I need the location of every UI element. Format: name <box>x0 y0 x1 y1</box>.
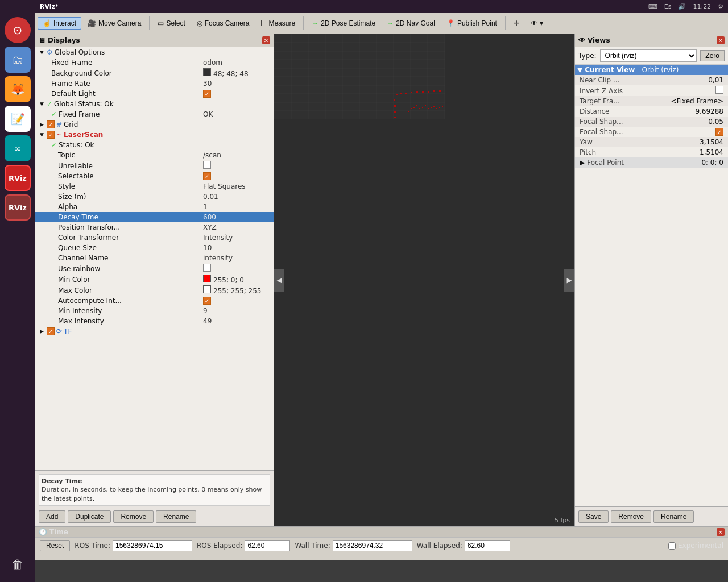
laserscan-arrow[interactable]: ▼ <box>40 132 47 138</box>
position-transformer-row[interactable]: Position Transfor... XYZ <box>35 222 274 232</box>
camera-controls-button[interactable]: ✛ <box>508 17 524 30</box>
frame-rate-row[interactable]: Frame Rate 30 <box>35 78 274 89</box>
displays-close-button[interactable]: ✕ <box>262 36 270 44</box>
min-intensity-row[interactable]: Min Intensity 9 <box>35 306 274 316</box>
style-row[interactable]: Style Flat Squares <box>35 181 274 192</box>
size-row[interactable]: Size (m) 0,01 <box>35 192 274 202</box>
files-icon[interactable]: 🗂 <box>5 47 31 73</box>
autocompute-checkbox[interactable]: ✓ <box>203 297 211 305</box>
ros-time-input[interactable] <box>113 540 192 551</box>
reset-button[interactable]: Reset <box>40 540 70 551</box>
rename-display-button[interactable]: Rename <box>156 510 196 523</box>
viewport-left-arrow[interactable]: ◀ <box>274 269 284 292</box>
tf-row[interactable]: ▶ ✓ ⟳ TF <box>35 326 274 336</box>
alpha-row[interactable]: Alpha 1 <box>35 202 274 212</box>
focal-shape1-row[interactable]: Focal Shap... 0,05 <box>575 117 728 127</box>
views-zero-button[interactable]: Zero <box>700 50 725 61</box>
global-status-arrow[interactable]: ▼ <box>40 101 47 107</box>
keyboard-icon: ⌨ <box>648 3 657 10</box>
near-clip-row[interactable]: Near Clip ... 0,01 <box>575 75 728 85</box>
tf-arrow[interactable]: ▶ <box>40 329 47 334</box>
global-options-arrow[interactable]: ▼ <box>40 49 47 55</box>
nav-goal-button[interactable]: → 2D Nav Goal <box>382 17 440 30</box>
rviz-icon-2[interactable]: RViz <box>5 194 31 221</box>
autocompute-row[interactable]: Autocompute Int... ✓ <box>35 296 274 306</box>
trash-icon[interactable]: 🗑 <box>5 551 31 577</box>
experimental-checkbox[interactable] <box>668 542 676 550</box>
rename-view-button[interactable]: Rename <box>653 510 694 523</box>
wall-time-input[interactable] <box>333 540 412 551</box>
time-panel-close[interactable]: ✕ <box>717 528 725 536</box>
remove-view-button[interactable]: Remove <box>611 510 651 523</box>
target-frame-row[interactable]: Target Fra... <Fixed Frame> <box>575 96 728 106</box>
wall-elapsed-input[interactable] <box>465 540 510 551</box>
views-close-button[interactable]: ✕ <box>717 36 725 44</box>
add-button[interactable]: Add <box>39 510 65 523</box>
max-color-row[interactable]: Max Color 255; 255; 255 <box>35 285 274 296</box>
ros-elapsed-input[interactable] <box>245 540 290 551</box>
pitch-row[interactable]: Pitch 1,5104 <box>575 147 728 157</box>
channel-name-row[interactable]: Channel Name intensity <box>35 253 274 263</box>
default-light-checkbox[interactable]: ✓ <box>203 90 211 98</box>
min-color-row[interactable]: Min Color 255; 0; 0 <box>35 274 274 285</box>
rviz-viewport[interactable]: base_link odom ◀ ▶ 5 fps <box>274 34 574 526</box>
svg-rect-122 <box>394 105 396 107</box>
default-light-row[interactable]: Default Light ✓ <box>35 89 274 99</box>
global-status-row[interactable]: ▼ ✓ Global Status: Ok <box>35 99 274 109</box>
measure-button[interactable]: ⊢ Measure <box>255 17 300 30</box>
focal-point-row[interactable]: ▶ Focal Point 0; 0; 0 <box>575 157 728 168</box>
viewport-right-arrow[interactable]: ▶ <box>564 269 574 292</box>
topic-row[interactable]: Topic /scan <box>35 150 274 160</box>
duplicate-button[interactable]: Duplicate <box>68 510 111 523</box>
background-color-row[interactable]: Background Color 48; 48; 48 <box>35 68 274 78</box>
color-transformer-row[interactable]: Color Transformer Intensity <box>35 232 274 243</box>
focal-shape-checkbox[interactable]: ✓ <box>715 128 723 136</box>
distance-row[interactable]: Distance 9,69288 <box>575 106 728 117</box>
invert-z-checkbox[interactable] <box>715 86 723 94</box>
decay-time-row[interactable]: Decay Time 600 <box>35 212 274 222</box>
focal-shape2-row[interactable]: Focal Shap... ✓ <box>575 127 728 137</box>
use-rainbow-checkbox[interactable] <box>203 264 211 272</box>
interact-button[interactable]: ☝ Interact <box>38 17 81 30</box>
browser-icon[interactable]: 🦊 <box>5 76 31 102</box>
views-type-select[interactable]: Orbit (rviz) FPS (rviz) TopDownOrtho (rv… <box>600 49 697 62</box>
grid-arrow[interactable]: ▶ <box>40 122 47 127</box>
save-view-button[interactable]: Save <box>578 510 609 523</box>
grid-checkbox[interactable]: ✓ <box>47 120 55 128</box>
time-header: 🕐 Time ✕ <box>35 527 728 538</box>
view-options-button[interactable]: 👁 ▾ <box>526 17 548 30</box>
ubuntu-icon[interactable]: ⊙ <box>5 17 31 43</box>
text-editor-icon[interactable]: 📝 <box>5 106 31 132</box>
camera-icon: 🎥 <box>88 19 96 27</box>
publish-point-button[interactable]: 📍 Publish Point <box>441 17 502 30</box>
global-options-row[interactable]: ▼ ⚙ Global Options <box>35 47 274 57</box>
laserscan-checkbox[interactable]: ✓ <box>47 131 55 139</box>
pose-estimate-button[interactable]: → 2D Pose Estimate <box>307 17 380 30</box>
tf-checkbox[interactable]: ✓ <box>47 327 55 335</box>
fixed-frame-row[interactable]: Fixed Frame odom <box>35 57 274 68</box>
fixed-frame-status-row[interactable]: ✓ Fixed Frame OK <box>35 109 274 119</box>
laserscan-status-row[interactable]: ✓ Status: Ok <box>35 140 274 150</box>
svg-rect-123 <box>394 111 396 113</box>
invert-z-row[interactable]: Invert Z Axis <box>575 85 728 96</box>
selectable-checkbox[interactable]: ✓ <box>203 172 211 180</box>
selectable-row[interactable]: Selectable ✓ <box>35 171 274 181</box>
current-view-section[interactable]: ▼ Current View Orbit (rviz) <box>575 65 728 75</box>
grid-row[interactable]: ▶ ✓ # Grid <box>35 119 274 130</box>
move-camera-button[interactable]: 🎥 Move Camera <box>82 17 146 30</box>
focus-camera-button[interactable]: ◎ Focus Camera <box>192 17 255 30</box>
use-rainbow-row[interactable]: Use rainbow <box>35 263 274 274</box>
queue-size-row[interactable]: Queue Size 10 <box>35 243 274 253</box>
clock-icon: 🕐 <box>39 528 47 536</box>
help-body: Duration, in seconds, to keep the incomi… <box>42 485 267 503</box>
remove-display-button[interactable]: Remove <box>113 510 154 523</box>
laserscan-row[interactable]: ▼ ✓ ~ LaserScan <box>35 130 274 140</box>
yaw-row[interactable]: Yaw 3,1504 <box>575 137 728 147</box>
laser-icon: ~ <box>56 131 62 139</box>
unreliable-checkbox[interactable] <box>203 161 211 169</box>
unreliable-row[interactable]: Unreliable <box>35 160 274 171</box>
arduino-icon[interactable]: ∞ <box>5 135 31 161</box>
select-button[interactable]: ▭ Select <box>152 17 190 30</box>
max-intensity-row[interactable]: Max Intensity 49 <box>35 316 274 326</box>
rviz-icon-1[interactable]: RViz <box>5 165 31 191</box>
